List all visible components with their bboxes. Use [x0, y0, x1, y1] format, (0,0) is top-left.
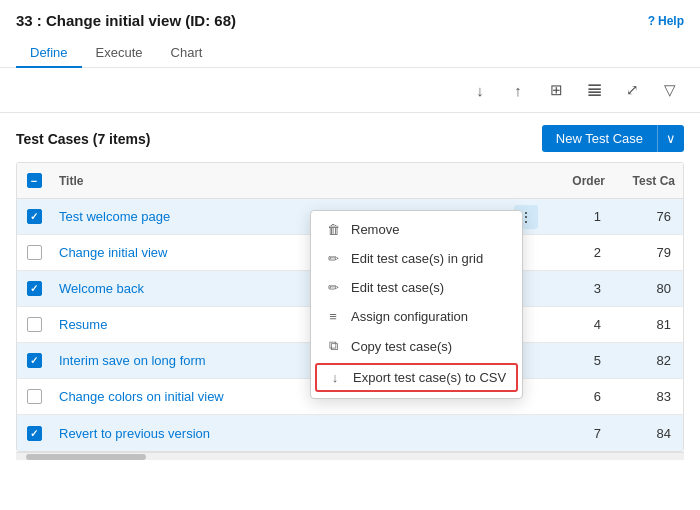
trash-icon: 🗑 [325, 222, 341, 237]
row-6-order: 6 [543, 385, 613, 408]
row-4-checkbox[interactable] [27, 317, 42, 332]
row-7-order: 7 [543, 422, 613, 445]
help-link[interactable]: ? Help [648, 14, 684, 28]
copy-icon: ⧉ [325, 338, 341, 354]
table-row: Revert to previous version 7 84 [17, 415, 683, 451]
row-3-order: 3 [543, 277, 613, 300]
row-3-testca: 80 [613, 277, 683, 300]
row-1-order: 1 [543, 205, 613, 228]
row-2-testca: 79 [613, 241, 683, 264]
row-6-checkbox[interactable] [27, 389, 42, 404]
column-header-testca: Test Ca [613, 170, 683, 192]
select-all-checkbox[interactable] [27, 173, 42, 188]
menu-item-remove[interactable]: 🗑 Remove [311, 215, 522, 244]
scrollbar-thumb[interactable] [26, 454, 146, 460]
context-menu: 🗑 Remove ✏ Edit test case(s) in grid ✏ E… [310, 210, 523, 399]
assign-icon: ≡ [325, 309, 341, 324]
tab-define[interactable]: Define [16, 39, 82, 68]
row-1-testca: 76 [613, 205, 683, 228]
new-test-case-dropdown[interactable]: ∨ [657, 125, 684, 152]
section-title: Test Cases (7 items) [16, 131, 150, 147]
row-5-order: 5 [543, 349, 613, 372]
header-title-row: 33 : Change initial view (ID: 68) ? Help [16, 12, 684, 29]
row-5-select[interactable] [17, 349, 51, 372]
column-header-title: Title [51, 170, 543, 192]
page-title: 33 : Change initial view (ID: 68) [16, 12, 236, 29]
section-header: Test Cases (7 items) New Test Case ∨ [16, 125, 684, 152]
grid-icon[interactable]: ⊞ [542, 76, 570, 104]
row-4-order: 4 [543, 313, 613, 336]
menu-item-export-csv[interactable]: ↓ Export test case(s) to CSV [315, 363, 518, 392]
menu-item-copy[interactable]: ⧉ Copy test case(s) [311, 331, 522, 361]
app-container: 33 : Change initial view (ID: 68) ? Help… [0, 0, 700, 472]
row-5-checkbox[interactable] [27, 353, 42, 368]
row-6-select[interactable] [17, 385, 51, 408]
edit-grid-icon: ✏ [325, 251, 341, 266]
row-3-checkbox[interactable] [27, 281, 42, 296]
toolbar: ↓ ↑ ⊞ 𝌆 ⤢ ▽ [0, 68, 700, 113]
new-test-btn-group: New Test Case ∨ [542, 125, 684, 152]
tab-bar: Define Execute Chart [16, 39, 684, 67]
menu-item-edit[interactable]: ✏ Edit test case(s) [311, 273, 522, 302]
row-7-testca: 84 [613, 422, 683, 445]
tab-chart[interactable]: Chart [157, 39, 217, 68]
row-7-title: Revert to previous version [51, 422, 543, 445]
row-6-testca: 83 [613, 385, 683, 408]
export-csv-icon: ↓ [327, 370, 343, 385]
row-2-select[interactable] [17, 241, 51, 264]
expand-icon[interactable]: ⤢ [618, 76, 646, 104]
menu-item-assign[interactable]: ≡ Assign configuration [311, 302, 522, 331]
row-1-checkbox[interactable] [27, 209, 42, 224]
help-circle-icon: ? [648, 14, 655, 28]
download-icon[interactable]: ↓ [466, 76, 494, 104]
tab-execute[interactable]: Execute [82, 39, 157, 68]
scrollbar[interactable] [16, 452, 684, 460]
row-5-testca: 82 [613, 349, 683, 372]
columns-icon[interactable]: 𝌆 [580, 76, 608, 104]
header: 33 : Change initial view (ID: 68) ? Help… [0, 0, 700, 68]
table-header: Title Order Test Ca [17, 163, 683, 199]
row-7-select[interactable] [17, 422, 51, 445]
new-test-case-button[interactable]: New Test Case [542, 125, 657, 152]
row-4-select[interactable] [17, 313, 51, 336]
filter-icon[interactable]: ▽ [656, 76, 684, 104]
row-2-order: 2 [543, 241, 613, 264]
column-header-order: Order [543, 170, 613, 192]
header-select-all[interactable] [17, 169, 51, 192]
row-3-select[interactable] [17, 277, 51, 300]
menu-item-edit-grid[interactable]: ✏ Edit test case(s) in grid [311, 244, 522, 273]
edit-icon: ✏ [325, 280, 341, 295]
row-2-checkbox[interactable] [27, 245, 42, 260]
upload-icon[interactable]: ↑ [504, 76, 532, 104]
row-1-select[interactable] [17, 205, 51, 228]
row-4-testca: 81 [613, 313, 683, 336]
row-7-checkbox[interactable] [27, 426, 42, 441]
